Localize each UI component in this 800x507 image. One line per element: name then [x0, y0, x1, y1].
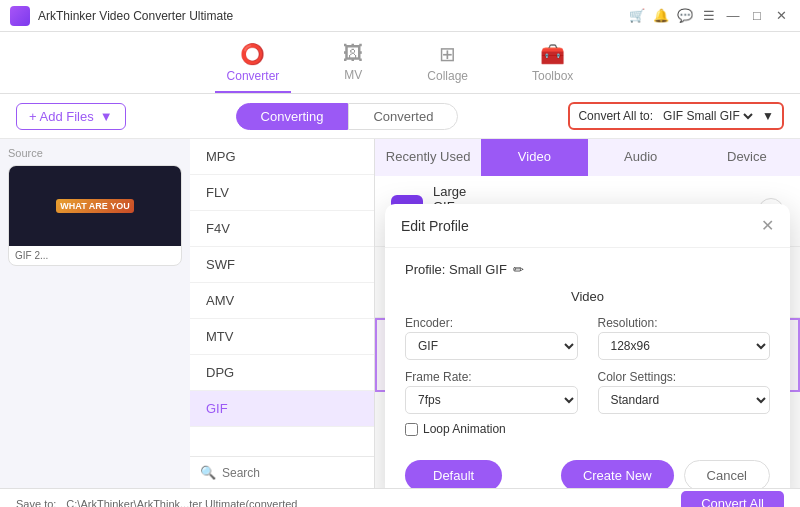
- nav-label-toolbox: Toolbox: [532, 69, 573, 83]
- bell-icon[interactable]: 🔔: [652, 7, 670, 25]
- profile-name-row: Profile: Small GIF ✏: [405, 262, 770, 277]
- toolbar: + Add Files ▼ Converting Converted Conve…: [0, 94, 800, 139]
- loop-animation-label[interactable]: Loop Animation: [405, 422, 506, 436]
- app-logo: [10, 6, 30, 26]
- convert-all-button[interactable]: Convert All: [681, 491, 784, 507]
- tab-converting[interactable]: Converting: [236, 103, 349, 130]
- create-new-button[interactable]: Create New: [561, 460, 674, 488]
- file-info: GIF 2...: [9, 246, 181, 265]
- video-section-title: Video: [405, 289, 770, 304]
- loop-animation-checkbox[interactable]: [405, 423, 418, 436]
- convert-all-control: Convert All to: GIF Small GIF ▼: [568, 102, 784, 130]
- dialog-footer: Default Create New Cancel: [385, 450, 790, 488]
- menu-icon[interactable]: ☰: [700, 7, 718, 25]
- window-controls: 🛒 🔔 💬 ☰ — □ ✕: [628, 7, 790, 25]
- format-search: 🔍: [190, 456, 374, 488]
- encoder-select[interactable]: GIF: [405, 332, 578, 360]
- file-format: GIF: [15, 250, 32, 261]
- converter-icon: ⭕: [240, 42, 265, 66]
- format-item-dpg[interactable]: DPG: [190, 355, 374, 391]
- nav-item-converter[interactable]: ⭕ Converter: [215, 38, 292, 93]
- frame-rate-field: Frame Rate: 7fps: [405, 370, 578, 414]
- nav-label-collage: Collage: [427, 69, 468, 83]
- search-input[interactable]: [222, 466, 364, 480]
- statusbar: Save to: C:\ArkThinker\ArkThink...ter Ul…: [0, 488, 800, 507]
- collage-icon: ⊞: [439, 42, 456, 66]
- encoder-field: Encoder: GIF: [405, 316, 578, 360]
- nav-label-mv: MV: [344, 68, 362, 82]
- tab-recently-used[interactable]: Recently Used: [375, 139, 481, 176]
- color-settings-field: Color Settings: Standard: [598, 370, 771, 414]
- save-path: C:\ArkThinker\ArkThink...ter Ultimate(co…: [66, 498, 671, 508]
- nav-label-converter: Converter: [227, 69, 280, 83]
- format-item-swf[interactable]: SWF: [190, 247, 374, 283]
- tab-video[interactable]: Video: [481, 139, 587, 176]
- tab-audio[interactable]: Audio: [588, 139, 694, 176]
- main-area: Source WHAT ARE YOU GIF 2... MPG FLV F4V…: [0, 139, 800, 488]
- thumb-text: WHAT ARE YOU: [56, 199, 133, 213]
- settings-grid: Encoder: GIF Resolution: 128x96 Frame Ra…: [405, 316, 770, 414]
- frame-rate-label: Frame Rate:: [405, 370, 578, 384]
- tab-device[interactable]: Device: [694, 139, 800, 176]
- close-button[interactable]: ✕: [772, 7, 790, 25]
- frame-rate-select[interactable]: 7fps: [405, 386, 578, 414]
- top-navigation: ⭕ Converter 🖼 MV ⊞ Collage 🧰 Toolbox: [0, 32, 800, 94]
- default-button[interactable]: Default: [405, 460, 502, 488]
- source-label: Source: [8, 147, 182, 159]
- resolution-label: Resolution:: [598, 316, 771, 330]
- add-files-dropdown-icon: ▼: [100, 109, 113, 124]
- dialog-close-button[interactable]: ✕: [761, 216, 774, 235]
- file-thumbnail: WHAT ARE YOU: [9, 166, 181, 246]
- save-label: Save to:: [16, 498, 56, 508]
- chat-icon[interactable]: 💬: [676, 7, 694, 25]
- profile-label: Profile: Small GIF: [405, 262, 507, 277]
- convert-all-label: Convert All to:: [578, 109, 653, 123]
- nav-item-collage[interactable]: ⊞ Collage: [415, 38, 480, 93]
- format-item-mtv[interactable]: MTV: [190, 319, 374, 355]
- mv-icon: 🖼: [343, 42, 363, 65]
- resolution-field: Resolution: 128x96: [598, 316, 771, 360]
- dialog-header: Edit Profile ✕: [385, 204, 790, 248]
- file-list: Source WHAT ARE YOU GIF 2...: [0, 139, 190, 488]
- tab-converted[interactable]: Converted: [348, 103, 458, 130]
- action-buttons: Create New Cancel: [561, 460, 770, 488]
- dialog-title: Edit Profile: [401, 218, 469, 234]
- resolution-select[interactable]: 128x96: [598, 332, 771, 360]
- cancel-button[interactable]: Cancel: [684, 460, 770, 488]
- format-item-gif[interactable]: GIF: [190, 391, 374, 427]
- search-icon: 🔍: [200, 465, 216, 480]
- cart-icon[interactable]: 🛒: [628, 7, 646, 25]
- convert-all-dropdown-icon: ▼: [762, 109, 774, 123]
- format-item-f4v[interactable]: F4V: [190, 211, 374, 247]
- dialog-body: Profile: Small GIF ✏ Video Encoder: GIF …: [385, 248, 790, 450]
- add-files-button[interactable]: + Add Files ▼: [16, 103, 126, 130]
- loop-animation-row: Loop Animation: [405, 422, 770, 436]
- nav-item-mv[interactable]: 🖼 MV: [331, 38, 375, 93]
- format-item-mpg[interactable]: MPG: [190, 139, 374, 175]
- encoder-label: Encoder:: [405, 316, 578, 330]
- toolbox-icon: 🧰: [540, 42, 565, 66]
- nav-item-toolbox[interactable]: 🧰 Toolbox: [520, 38, 585, 93]
- minimize-button[interactable]: —: [724, 7, 742, 25]
- right-panel: Recently Used Video Audio Device GIF Lar…: [375, 139, 800, 488]
- convert-all-select[interactable]: GIF Small GIF: [659, 108, 756, 124]
- file-item[interactable]: WHAT ARE YOU GIF 2...: [8, 165, 182, 266]
- edit-profile-dialog: Edit Profile ✕ Profile: Small GIF ✏ Vide…: [385, 204, 790, 488]
- maximize-button[interactable]: □: [748, 7, 766, 25]
- edit-pencil-icon[interactable]: ✏: [513, 262, 524, 277]
- format-sidebar: MPG FLV F4V SWF AMV MTV DPG GIF 🔍: [190, 139, 375, 488]
- app-title: ArkThinker Video Converter Ultimate: [38, 9, 628, 23]
- color-settings-label: Color Settings:: [598, 370, 771, 384]
- format-item-flv[interactable]: FLV: [190, 175, 374, 211]
- color-settings-select[interactable]: Standard: [598, 386, 771, 414]
- titlebar: ArkThinker Video Converter Ultimate 🛒 🔔 …: [0, 0, 800, 32]
- format-item-amv[interactable]: AMV: [190, 283, 374, 319]
- add-files-label: + Add Files: [29, 109, 94, 124]
- format-tabs: Recently Used Video Audio Device: [375, 139, 800, 176]
- tab-group: Converting Converted: [136, 103, 559, 130]
